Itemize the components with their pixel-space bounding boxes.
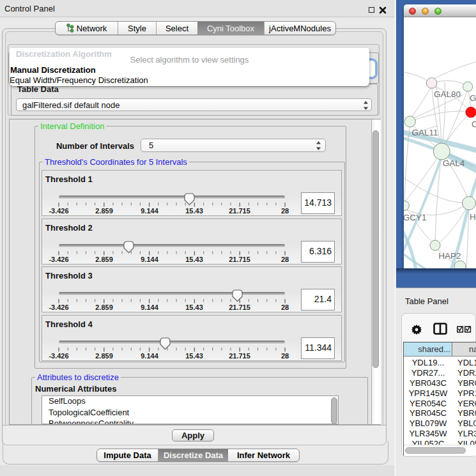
svg-text:C: C — [472, 119, 476, 129]
svg-text:GAL80: GAL80 — [434, 89, 461, 99]
svg-text:HAP2: HAP2 — [438, 251, 461, 261]
svg-text:H: H — [470, 212, 476, 222]
svg-text:GAL11: GAL11 — [411, 128, 438, 137]
svg-text:GCY1: GCY1 — [404, 213, 426, 222]
svg-text:GA: GA — [470, 93, 476, 103]
svg-text:GAL4: GAL4 — [443, 158, 465, 168]
